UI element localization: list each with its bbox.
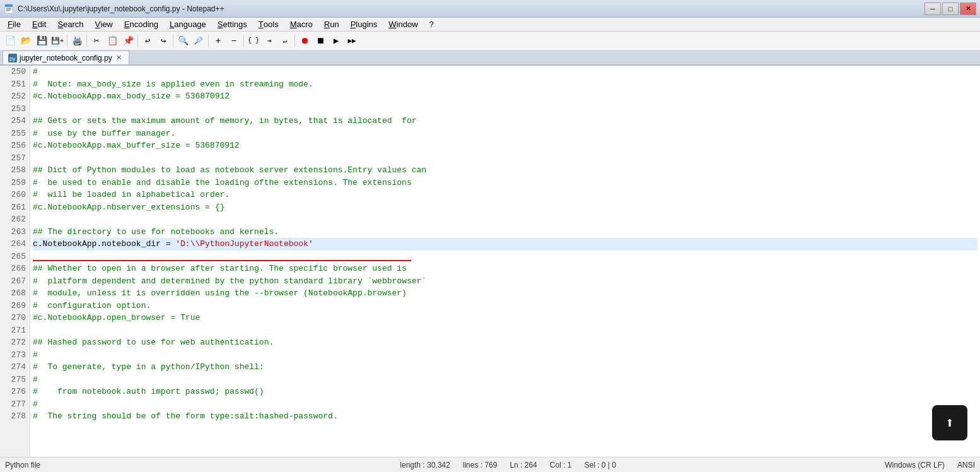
line-number: 273 — [4, 349, 26, 362]
toolbar-sep-6 — [243, 35, 244, 47]
macro-play-button[interactable]: ▶ — [329, 33, 344, 49]
cut-button[interactable]: ✂️ — [89, 33, 104, 49]
copy-button[interactable]: 📋 — [105, 33, 120, 49]
svg-rect-1 — [5, 4, 13, 7]
minimize-button[interactable]: ─ — [925, 3, 941, 15]
save-all-button[interactable]: 💾+ — [50, 33, 65, 49]
tab-bar: py jupyter_notebook_config.py ✕ — [0, 50, 980, 66]
undo-button[interactable]: ↩ — [140, 33, 155, 49]
line-number: 250 — [4, 66, 26, 78]
line-number: 276 — [4, 386, 26, 398]
toolbar-sep-1 — [67, 35, 67, 47]
toolbar-sep-4 — [173, 35, 173, 47]
window-controls[interactable]: ─ □ ✕ — [925, 3, 976, 15]
code-line: # from notebook.auth import passwd; pass… — [33, 386, 977, 398]
line-numbers: 2502512522532542552562572582592602612622… — [0, 66, 30, 457]
code-line: # will be loaded in alphabetical order. — [33, 189, 977, 201]
toolbar-sep-2 — [86, 35, 87, 47]
menu-bar: File Edit Search View Encoding Language … — [0, 18, 980, 32]
menu-run[interactable]: Run — [319, 18, 344, 32]
line-number: 272 — [4, 336, 26, 349]
menu-language[interactable]: Language — [165, 18, 211, 32]
code-line: #c.NotebookApp.nbserver_extensions = {} — [33, 201, 977, 214]
line-number: 258 — [4, 164, 26, 177]
zoom-out-button[interactable]: − — [226, 33, 242, 49]
line-number: 257 — [4, 152, 26, 165]
menu-edit[interactable]: Edit — [27, 18, 51, 32]
zoom-in-button[interactable]: + — [211, 33, 226, 49]
upload-button[interactable]: ⬆ — [932, 405, 967, 440]
code-content[interactable]: ## Note: max_body_size is applied even i… — [30, 66, 980, 457]
encoding-status: ANSI — [957, 461, 975, 469]
sel-status: Sel : 0 | 0 — [584, 461, 615, 469]
title-text: C:\Users\Xu\.jupyter\jupyter_notebook_co… — [18, 4, 225, 13]
status-middle: length : 30,342 lines : 769 Ln : 264 Col… — [131, 461, 885, 469]
menu-search[interactable]: Search — [52, 18, 88, 32]
paste-button[interactable]: 📌 — [120, 33, 136, 49]
menu-window[interactable]: Window — [383, 18, 423, 32]
code-line: # use by the buffer manager. — [33, 127, 977, 140]
code-line — [33, 103, 977, 115]
tab-close-button[interactable]: ✕ — [115, 54, 124, 62]
line-number: 262 — [4, 213, 26, 226]
maximize-button[interactable]: □ — [942, 3, 959, 15]
menu-tools[interactable]: Tools — [254, 18, 284, 32]
macro-rec-button[interactable]: ⏺ — [297, 33, 312, 49]
find-button[interactable]: 🔍 — [175, 33, 190, 49]
code-line: # The string should be of the form type:… — [33, 410, 977, 423]
line-number: 259 — [4, 177, 26, 189]
line-number: 256 — [4, 139, 26, 152]
new-file-button[interactable]: 📄 — [3, 33, 18, 49]
tab-label: jupyter_notebook_config.py — [20, 54, 112, 62]
replace-button[interactable]: 🔎 — [191, 33, 206, 49]
wrap-button[interactable]: ↵ — [277, 33, 293, 49]
syntax-button[interactable]: { } — [246, 33, 261, 49]
line-number: 266 — [4, 263, 26, 275]
code-line: # be used to enable and disable the load… — [33, 177, 977, 189]
lines-status: lines : 769 — [463, 461, 498, 469]
macro-stop-button[interactable]: ⏹ — [313, 33, 328, 49]
length-status: length : 30,342 — [400, 461, 450, 469]
line-number: 264 — [4, 238, 26, 251]
line-number: 251 — [4, 78, 26, 91]
line-number: 275 — [4, 374, 26, 386]
title-bar: C:\Users\Xu\.jupyter\jupyter_notebook_co… — [0, 0, 980, 18]
code-line: c.NotebookApp.notebook_dir = 'D:\\Python… — [33, 238, 977, 251]
code-line: #c.NotebookApp.max_buffer_size = 5368709… — [33, 139, 977, 152]
menu-help[interactable]: ? — [424, 18, 439, 32]
code-line — [33, 251, 977, 263]
line-number: 260 — [4, 189, 26, 201]
print-button[interactable]: 🖨️ — [69, 33, 85, 49]
python-file-icon: py — [8, 54, 17, 62]
menu-encoding[interactable]: Encoding — [119, 18, 163, 32]
line-number: 261 — [4, 201, 26, 214]
code-line: # module, unless it is overridden using … — [33, 287, 977, 300]
close-button[interactable]: ✕ — [960, 3, 976, 15]
code-line: #c.NotebookApp.open_browser = True — [33, 312, 977, 324]
code-line: # To generate, type in a python/IPython … — [33, 361, 977, 374]
menu-plugins[interactable]: Plugins — [346, 18, 383, 32]
line-number: 255 — [4, 127, 26, 140]
code-line: # — [33, 349, 977, 362]
code-line: ## Whether to open in a browser after st… — [33, 263, 977, 275]
save-button[interactable]: 💾 — [34, 33, 49, 49]
macro-run-button[interactable]: ▶▶ — [344, 33, 359, 49]
code-line: ## Dict of Python modules to load as not… — [33, 164, 977, 177]
redo-button[interactable]: ↪ — [156, 33, 171, 49]
toolbar-sep-7 — [295, 35, 295, 47]
col-status: Col : 1 — [550, 461, 572, 469]
tab-jupyter-config[interactable]: py jupyter_notebook_config.py ✕ — [3, 50, 129, 64]
line-number: 271 — [4, 324, 26, 337]
indent-button[interactable]: ⇥ — [262, 33, 277, 49]
menu-file[interactable]: File — [3, 18, 26, 32]
line-number: 252 — [4, 90, 26, 103]
toolbar: 📄 📂 💾 💾+ 🖨️ ✂️ 📋 📌 ↩ ↪ 🔍 🔎 + − { } ⇥ ↵ ⏺… — [0, 32, 980, 50]
code-line: ## Hashed password to use for web authen… — [33, 336, 977, 349]
menu-view[interactable]: View — [90, 18, 118, 32]
open-file-button[interactable]: 📂 — [18, 33, 33, 49]
code-line: ## The directory to use for notebooks an… — [33, 226, 977, 239]
line-number: 270 — [4, 312, 26, 324]
menu-macro[interactable]: Macro — [285, 18, 318, 32]
menu-settings[interactable]: Settings — [213, 18, 252, 32]
line-number: 277 — [4, 398, 26, 411]
